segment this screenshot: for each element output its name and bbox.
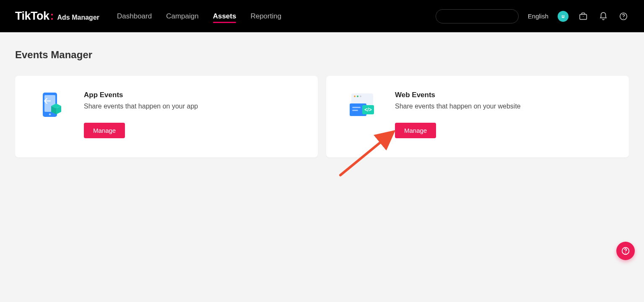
svg-point-10 [354,96,356,97]
help-icon[interactable] [618,11,629,22]
svg-point-11 [357,96,358,97]
app-events-illustration-icon [37,91,66,120]
svg-text:</>: </> [364,107,371,113]
web-events-illustration-icon: </> [348,91,377,120]
search-input[interactable] [436,9,519,23]
card-description: Share events that happen on your website [395,103,521,110]
svg-point-21 [625,253,626,253]
topbar-right-cluster: English u [436,9,629,23]
briefcase-icon[interactable] [578,11,589,22]
nav-link-dashboard[interactable]: Dashboard [117,1,152,31]
svg-point-12 [360,96,361,97]
card-title: Web Events [395,91,521,99]
svg-rect-15 [352,110,358,111]
svg-rect-0 [580,14,587,19]
nav-link-campaign[interactable]: Campaign [166,1,199,31]
brand-name: TikTok [15,10,49,23]
brand-logo: TikTok : Ads Manager [15,10,99,23]
top-nav-bar: TikTok : Ads Manager Dashboard Campaign … [0,0,644,32]
brand-sub: Ads Manager [57,14,99,21]
page-title: Events Manager [15,49,629,61]
svg-point-2 [623,18,623,18]
card-title: App Events [84,91,198,99]
card-description: Share events that happen on your app [84,103,198,110]
svg-point-5 [49,114,51,116]
language-switcher[interactable]: English [528,13,548,20]
brand-colon: : [50,10,54,23]
svg-rect-14 [352,107,361,108]
bell-icon[interactable] [598,11,609,22]
help-fab-button[interactable] [616,242,635,260]
event-cards-row: App Events Share events that happen on y… [15,76,629,157]
manage-app-events-button[interactable]: Manage [84,123,125,138]
card-web-events: </> Web Events Share events that happen … [326,76,629,157]
card-app-events: App Events Share events that happen on y… [15,76,318,157]
manage-web-events-button[interactable]: Manage [395,123,436,138]
page-content: Events Manager App Eve [0,32,644,157]
nav-link-assets[interactable]: Assets [213,1,236,31]
avatar[interactable]: u [558,11,569,22]
nav-link-reporting[interactable]: Reporting [250,1,281,31]
nav-links: Dashboard Campaign Assets Reporting [117,1,281,31]
